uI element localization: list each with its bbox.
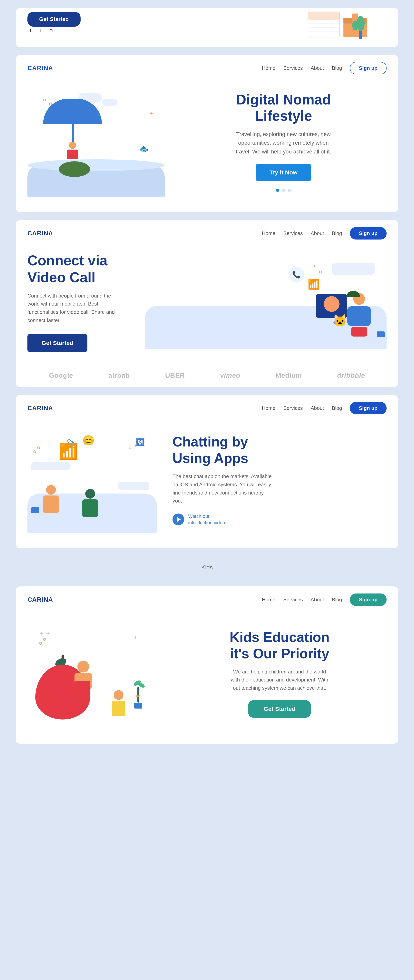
plant-s2 xyxy=(377,331,385,337)
logo-google: Google xyxy=(49,372,73,379)
nav-home-4[interactable]: Home xyxy=(262,597,275,603)
get-started-button-2[interactable]: Get Started xyxy=(27,334,88,352)
deco-k2 xyxy=(39,642,42,644)
section-kids-education: CARINA Home Services About Blog Sign up xyxy=(16,586,398,744)
plant-pot-2 xyxy=(377,331,385,337)
nav-services-4[interactable]: Services xyxy=(283,597,303,603)
deco-circle-1 xyxy=(43,99,46,101)
section-video-call: CARINA Home Services About Blog Sign up … xyxy=(16,220,398,387)
phone-icon: 📞 xyxy=(288,267,304,282)
svg-point-13 xyxy=(357,16,365,31)
facebook-icon[interactable]: f xyxy=(27,27,34,34)
chat-bubble-right xyxy=(118,482,149,490)
chat-person-1 xyxy=(43,485,59,513)
instagram-icon[interactable]: ◻ xyxy=(48,27,54,34)
dot-3[interactable] xyxy=(288,189,291,192)
hero-text-4: Kids Education it's Our Priority We are … xyxy=(157,629,387,718)
vp-hair xyxy=(346,291,360,297)
nav-about-4[interactable]: About xyxy=(311,597,324,603)
logos-bar: Google airbnb UBER vimeo Medium dribbble xyxy=(16,364,398,387)
cat-icon: 🐱 xyxy=(333,313,347,328)
section-chatting: CARINA Home Services About Blog Sign up … xyxy=(16,395,398,549)
cp2-body xyxy=(82,500,98,517)
nav-2: CARINA Home Services About Blog Sign up xyxy=(16,220,398,244)
svg-point-14 xyxy=(352,21,358,30)
deco-s3-2 xyxy=(33,450,36,453)
cp1-head xyxy=(46,485,56,495)
umbrella-top xyxy=(43,99,102,124)
nav-services-1[interactable]: Services xyxy=(283,65,303,71)
plant-s3-left xyxy=(31,507,39,513)
kid-2 xyxy=(112,690,126,716)
deco-plus-2: + xyxy=(150,110,153,117)
hero-title-3: Chatting by Using Apps xyxy=(172,434,387,466)
nav-home-3[interactable]: Home xyxy=(262,405,275,411)
water xyxy=(27,165,165,197)
wifi-icon-2: 📶 xyxy=(308,278,320,290)
deco-circle-s2 xyxy=(319,270,322,274)
logo-3: CARINA xyxy=(27,404,53,412)
deco-circle-2 xyxy=(49,102,52,105)
nav-home-2[interactable]: Home xyxy=(262,230,275,236)
nav-blog-3[interactable]: Blog xyxy=(332,405,342,411)
fish-icon: 🐟 xyxy=(139,144,149,153)
top-illustration xyxy=(288,10,367,45)
carousel-dots xyxy=(180,189,387,192)
dot-1[interactable] xyxy=(276,189,279,192)
play-button[interactable] xyxy=(172,514,184,525)
hero-title-1: Digital Nomad Lifestyle xyxy=(180,92,387,124)
nav-blog-2[interactable]: Blog xyxy=(332,230,342,236)
hero-desc-3: The best chat app on the markets. Availa… xyxy=(172,473,274,505)
signup-button-1[interactable]: Sign up xyxy=(350,62,387,74)
nav-about-3[interactable]: About xyxy=(311,405,324,411)
get-started-button-top[interactable]: Get Started xyxy=(27,12,81,27)
hero-text-3: Chatting by Using Apps The best chat app… xyxy=(157,434,387,526)
speech-bubble xyxy=(332,263,375,275)
signup-button-4[interactable]: Sign up xyxy=(350,593,387,606)
deco-s3-4: + xyxy=(134,442,137,449)
nav-services-3[interactable]: Services xyxy=(283,405,303,411)
nav-services-2[interactable]: Services xyxy=(283,230,303,236)
deco-plus-1: + xyxy=(35,95,38,101)
hero-title-2: Connect via Video Call xyxy=(27,252,145,286)
nav-home-1[interactable]: Home xyxy=(262,65,275,71)
section-top: Get Started f t ◻ xyxy=(16,8,398,47)
hero-desc-4: We are helping children around the world… xyxy=(229,668,331,692)
signup-button-3[interactable]: Sign up xyxy=(350,402,387,414)
kids-person xyxy=(75,661,92,689)
smiley-icon: 😊 xyxy=(82,435,94,446)
logo-airbnb: airbnb xyxy=(108,372,130,379)
nav-about-1[interactable]: About xyxy=(311,65,324,71)
beach-person xyxy=(63,142,82,165)
tablet-face xyxy=(324,296,339,312)
kp-head xyxy=(77,661,89,673)
nav-3: CARINA Home Services About Blog Sign up xyxy=(16,395,398,419)
deco-k3 xyxy=(43,638,46,641)
beach-person-body xyxy=(67,150,78,159)
water-wave xyxy=(27,159,165,171)
watch-video: Watch ourintroduction video xyxy=(172,513,387,526)
logo-2: CARINA xyxy=(27,230,53,237)
logo-dribbble: dribbble xyxy=(337,372,365,379)
hero-desc-2: Connect with people from around the worl… xyxy=(27,292,121,325)
umbrella-pole xyxy=(72,122,74,142)
get-started-button-4[interactable]: Get Started xyxy=(248,700,311,718)
vp-legs xyxy=(351,327,367,337)
kids-illustration: ✏ + ✦ ✦ xyxy=(27,618,157,728)
plant-pot-k xyxy=(134,703,142,708)
nav-about-2[interactable]: About xyxy=(311,230,324,236)
hero-desc-1: Travelling, exploring new cultures, new … xyxy=(231,130,336,156)
cloud-2 xyxy=(102,99,118,106)
try-now-button[interactable]: Try it Now xyxy=(256,164,311,181)
hero-2: Connect via Video Call Connect with peop… xyxy=(16,244,398,364)
twitter-icon[interactable]: t xyxy=(38,27,44,34)
nav-blog-1[interactable]: Blog xyxy=(332,65,342,71)
nav-blog-4[interactable]: Blog xyxy=(332,597,342,603)
plant-pot-3l xyxy=(31,507,39,513)
pencil-icon: ✏ xyxy=(134,692,141,701)
kp-body xyxy=(75,673,92,689)
signup-button-2[interactable]: Sign up xyxy=(350,227,387,240)
hero-text-1: Digital Nomad Lifestyle Travelling, expl… xyxy=(165,92,387,192)
dot-2[interactable] xyxy=(282,189,285,192)
svg-rect-1 xyxy=(308,12,339,20)
